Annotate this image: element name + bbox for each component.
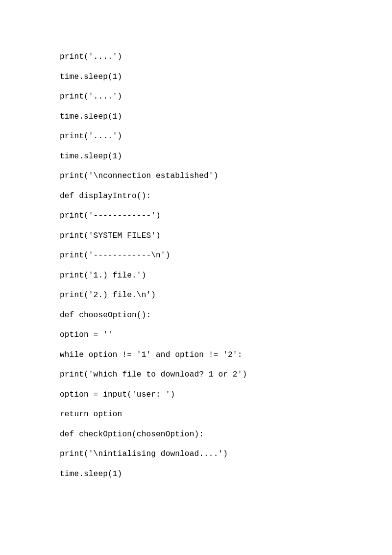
code-line: time.sleep(1) [60, 113, 392, 121]
code-line: def chooseOption(): [60, 311, 392, 319]
code-line: print('which file to download? 1 or 2') [60, 371, 392, 378]
code-line: print('....') [60, 53, 392, 61]
code-line: print('....') [60, 93, 392, 101]
code-line: print('SYSTEM FILES') [60, 232, 392, 240]
code-line: option = '' [60, 331, 392, 339]
code-line: option = input('user: ') [60, 391, 392, 399]
code-line: print('....') [60, 132, 392, 140]
code-line: print('2.) file.\n') [60, 291, 392, 299]
code-line: print('\nconnection established') [60, 172, 392, 180]
code-line: return option [60, 410, 392, 418]
code-line: time.sleep(1) [60, 73, 392, 81]
code-line: time.sleep(1) [60, 152, 392, 160]
code-line: print('\nintialising download....') [60, 450, 392, 458]
code-line: while option != '1' and option != '2': [60, 351, 392, 359]
code-line: print('------------\n') [60, 252, 392, 259]
code-line: print('------------') [60, 212, 392, 220]
code-line: def displayIntro(): [60, 192, 392, 200]
code-line: time.sleep(1) [60, 470, 392, 478]
code-document: print('....') time.sleep(1) print('....'… [0, 0, 392, 478]
code-line: def checkOption(chosenOption): [60, 430, 392, 438]
code-line: print('1.) file.') [60, 272, 392, 279]
